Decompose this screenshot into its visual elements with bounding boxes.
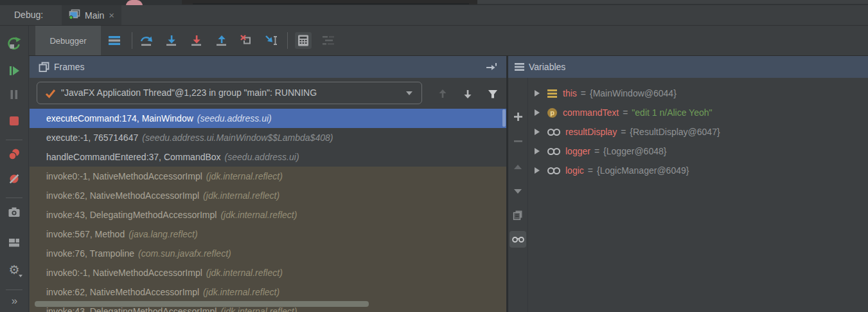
arrow-down-icon [463, 88, 473, 100]
settings-button[interactable]: ⚙ [6, 262, 22, 278]
variable-value: {LogicManager@6049} [597, 165, 689, 176]
frames-panel-icon [39, 62, 49, 75]
frame-location: (com.sun.javafx.reflect) [138, 248, 231, 259]
checkmark-icon [45, 89, 56, 101]
trace-stream-button[interactable] [320, 32, 337, 49]
variable-row[interactable]: logger = {Logger@6048} [528, 142, 868, 161]
frames-panel-title: Frames [54, 56, 84, 78]
expand-arrow-icon[interactable] [535, 167, 540, 174]
mute-breakpoints-button[interactable] [6, 171, 22, 187]
step-over-button[interactable] [138, 32, 155, 49]
restore-layout-button[interactable] [6, 235, 22, 250]
frame-row[interactable]: executeCommand:174, MainWindow(seedu.add… [30, 109, 506, 128]
glasses-icon [512, 236, 524, 243]
variable-row[interactable]: this = {MainWindow@6044} [528, 84, 868, 103]
frame-location: (jdk.internal.reflect) [220, 210, 297, 220]
separator [6, 140, 22, 140]
variable-name: resultDisplay [565, 127, 617, 137]
move-watch-down-button[interactable] [513, 186, 523, 196]
frame-row[interactable]: execute:-1, 765714647(seedu.address.ui.M… [30, 128, 506, 147]
show-watches-toggle[interactable] [509, 231, 526, 248]
run-to-cursor-button[interactable] [263, 32, 279, 49]
frame-row[interactable]: invoke:43, DelegatingMethodAccessorImpl(… [30, 205, 506, 225]
evaluate-expression-button[interactable] [295, 32, 312, 49]
triangle-down-icon [514, 189, 522, 194]
variable-value: {ResultDisplay@6047} [630, 127, 720, 137]
resume-icon [7, 64, 21, 78]
debugger-menu-button[interactable] [106, 32, 123, 49]
field-icon [547, 167, 560, 174]
frames-header[interactable]: Frames [30, 56, 506, 78]
vertical-scrollbar[interactable] [502, 109, 506, 127]
chevron-down-icon [406, 91, 412, 95]
sliver-underline [193, 3, 469, 5]
variables-header[interactable]: Variables [508, 56, 868, 78]
frame-location: (jdk.internal.reflect) [203, 190, 279, 201]
copy-watch-button[interactable] [513, 210, 523, 220]
frame-row[interactable]: invoke:76, Trampoline(com.sun.javafx.ref… [30, 244, 506, 263]
frame-method: invoke0:-1, NativeMethodAccessorImpl [46, 268, 202, 278]
thread-dump-button[interactable] [6, 205, 22, 220]
variable-row[interactable]: p commandText = "edit 1 n/Alice Yeoh" [528, 103, 868, 122]
equals-sign: = [581, 88, 586, 98]
move-watch-up-button[interactable] [513, 161, 523, 172]
field-icon [547, 129, 560, 136]
expand-arrow-icon[interactable] [535, 109, 540, 116]
separator [132, 32, 132, 49]
variables-panel-icon [515, 62, 524, 74]
chevron-down-icon [19, 275, 22, 277]
hide-frames-filter-button[interactable] [486, 87, 500, 101]
debug-left-toolbar: ⚙ » [0, 26, 29, 312]
variables-panel-title: Variables [529, 56, 565, 78]
frame-location: (jdk.internal.reflect) [220, 306, 297, 312]
step-out-icon [215, 33, 229, 48]
thread-selector-value: "JavaFX Application Thread"@1,223 in gro… [61, 82, 317, 104]
double-chevron-icon: » [12, 295, 17, 307]
add-watch-button[interactable] [513, 111, 523, 122]
pause-button[interactable] [6, 87, 22, 102]
step-into-button[interactable] [163, 32, 180, 49]
close-icon[interactable]: × [109, 5, 114, 25]
stop-button[interactable] [6, 113, 22, 129]
equals-sign: = [621, 127, 626, 137]
variable-value: {MainWindow@6044} [590, 88, 677, 98]
variable-name: this [563, 88, 577, 98]
variable-row[interactable]: resultDisplay = {ResultDisplay@6047} [528, 122, 868, 142]
calculator-icon [296, 33, 310, 48]
force-step-into-button[interactable] [188, 32, 205, 49]
frame-row[interactable]: invoke:62, NativeMethodAccessorImpl(jdk.… [30, 282, 506, 302]
expand-arrow-icon[interactable] [535, 129, 540, 135]
previous-frame-button[interactable] [436, 87, 450, 101]
next-frame-button[interactable] [461, 87, 475, 101]
variable-row[interactable]: logic = {LogicManager@6049} [528, 161, 868, 180]
frame-row[interactable]: invoke:567, Method(java.lang.reflect) [30, 225, 506, 244]
resume-button[interactable] [6, 63, 22, 78]
tab-debugger[interactable]: Debugger [35, 26, 101, 55]
thread-selector-dropdown[interactable]: "JavaFX Application Thread"@1,223 in gro… [37, 82, 422, 104]
frame-method: invoke:62, NativeMethodAccessorImpl [46, 190, 199, 201]
drop-frame-button[interactable] [238, 32, 254, 49]
horizontal-scrollbar[interactable] [35, 301, 369, 307]
frame-row[interactable]: handleCommandEntered:37, CommandBox(seed… [30, 147, 506, 167]
expand-arrow-icon[interactable] [535, 90, 540, 96]
step-out-button[interactable] [213, 32, 230, 49]
view-breakpoints-button[interactable] [6, 147, 22, 162]
step-into-icon [164, 33, 179, 48]
frame-row[interactable]: invoke0:-1, NativeMethodAccessorImpl(jdk… [30, 263, 506, 282]
frame-location: (jdk.internal.reflect) [203, 287, 279, 297]
more-actions-button[interactable]: » [6, 293, 22, 309]
variable-name: commandText [563, 107, 619, 118]
watches-toolbar [508, 78, 527, 312]
tab-main[interactable]: Main × [62, 5, 121, 25]
variable-value: {Logger@6048} [603, 146, 666, 156]
frame-row[interactable]: invoke:62, NativeMethodAccessorImpl(jdk.… [30, 186, 506, 205]
frames-panel: Frames "JavaFX Application Thread"@1,223… [30, 56, 506, 312]
remove-watch-button[interactable] [513, 136, 523, 146]
frame-row[interactable]: invoke0:-1, NativeMethodAccessorImpl(jdk… [30, 167, 506, 186]
expand-arrow-icon[interactable] [535, 148, 540, 154]
forward-arrow-icon[interactable] [485, 62, 497, 74]
rerun-button[interactable] [6, 35, 22, 51]
variable-value: "edit 1 n/Alice Yeoh" [632, 107, 712, 118]
variable-name: logger [565, 146, 590, 156]
frame-method: invoke:567, Method [46, 229, 125, 239]
